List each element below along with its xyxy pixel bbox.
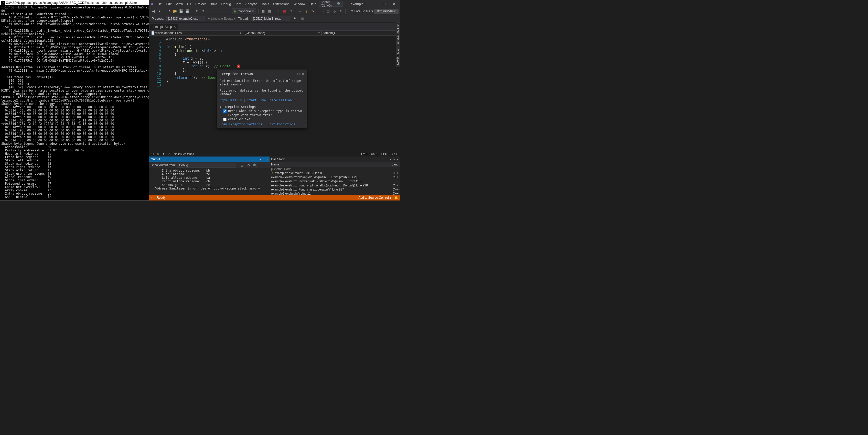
callstack-row[interactable]: example2.exe!main::__l3::() Line 8C++ xyxy=(270,171,400,175)
zoom-level[interactable]: 111 % xyxy=(151,153,159,156)
new-button[interactable]: 🗋 xyxy=(166,9,172,14)
callstack-row[interactable]: example2.exe!std::_Func_class::operator(… xyxy=(270,188,400,192)
callstack-row[interactable]: example2.exe!main() Line 11C++ xyxy=(270,192,400,195)
redo-button[interactable]: ↷ xyxy=(200,9,206,14)
undo-button[interactable]: ↶ xyxy=(194,9,199,14)
toolwin2-icon[interactable]: ▦ xyxy=(267,9,272,14)
flag-icon[interactable]: ⚑ xyxy=(292,16,297,21)
toggle-wrap-icon[interactable]: ⟲ xyxy=(246,163,251,168)
output-content[interactable]: Intra object redzone: bb ASan internal: … xyxy=(149,168,270,195)
menu-test[interactable]: Test xyxy=(233,1,243,7)
pin-icon[interactable]: ⊓ xyxy=(262,158,265,161)
open-button[interactable]: 📂 xyxy=(173,9,178,14)
live-share-button[interactable]: ⇪ Live Share ▾ xyxy=(351,9,373,13)
tab-solution-explorer[interactable]: Solution Explorer xyxy=(397,23,400,44)
close-icon[interactable]: ✕ xyxy=(266,158,268,161)
dropdown-icon[interactable]: ▾ xyxy=(390,158,392,161)
indent-indicator[interactable]: SPC xyxy=(381,153,387,156)
restart-button[interactable]: ⟳ xyxy=(288,9,293,14)
minimize-button[interactable]: ─ xyxy=(371,0,380,7)
error-glyph-icon[interactable]: ✕ xyxy=(237,64,240,68)
source-control-button[interactable]: ↑ Add to Source Control ▴ xyxy=(356,196,391,199)
step-out-button[interactable]: ↑ xyxy=(316,9,321,14)
copy-details-link[interactable]: Copy Details xyxy=(220,98,242,102)
save-all-button[interactable]: 💾 xyxy=(185,9,190,14)
zoom-chevron-icon[interactable]: ▾ xyxy=(163,152,164,156)
line-indicator: Ln: 8 xyxy=(361,153,367,156)
menu-analyze[interactable]: Analyze xyxy=(243,1,259,7)
dropdown-icon[interactable]: ▾ xyxy=(259,158,261,161)
menu-extensions[interactable]: Extensions xyxy=(271,1,291,7)
callstack-panel: Call Stack ▾⊓✕ Name Lang [External Code]… xyxy=(270,157,400,195)
pin-icon[interactable]: ⊓ xyxy=(393,158,395,161)
edit-conditions-link[interactable]: Edit Conditions xyxy=(268,123,296,126)
scope-combo[interactable]: (Global Scope)▾ xyxy=(243,30,321,36)
tb-extra3-icon[interactable]: ≡ xyxy=(338,9,343,14)
stop-button[interactable] xyxy=(282,9,287,14)
tab-example2[interactable]: example2.cpp ✕ xyxy=(150,24,178,30)
tab-team-explorer[interactable]: Team Explorer xyxy=(397,47,400,65)
continue-button[interactable]: ▶ Continue ▾ xyxy=(231,8,256,14)
search-box[interactable]: Search (Ctrl+Q) 🔍 xyxy=(319,1,343,7)
vs-titlebar[interactable]: ◆ File Edit View Git Project Build Debug… xyxy=(149,0,400,8)
pause-button[interactable]: ⏸ xyxy=(276,9,281,14)
callstack-header[interactable]: Call Stack ▾⊓✕ xyxy=(270,157,400,162)
eol-indicator[interactable]: CRLF xyxy=(391,153,398,156)
find-output-icon[interactable]: 🔍 xyxy=(252,163,257,168)
project-combo[interactable]: 📄 Miscellaneous Files▾ xyxy=(149,30,243,36)
exception-settings-header[interactable]: ▾ Exception Settings xyxy=(220,105,304,109)
output-toolbar: Show output from: Debug ≣ ⟲ 🔍 xyxy=(149,162,270,168)
notifications-icon[interactable]: 🔔 xyxy=(394,196,398,199)
menu-help[interactable]: Help xyxy=(307,1,318,7)
menu-git[interactable]: Git xyxy=(185,1,193,7)
menu-build[interactable]: Build xyxy=(208,1,219,7)
callstack-row[interactable]: example2.exe!std::_Invoker_ret::_Call(vo… xyxy=(270,179,400,183)
resize-grip-icon[interactable]: ⋰ xyxy=(304,125,306,128)
close-icon[interactable]: ✕ xyxy=(397,158,399,161)
console-titlebar[interactable]: C:\ C:\MSDN\cpp-docs-pr\docs\c-language\… xyxy=(0,0,149,5)
save-button[interactable]: 💾 xyxy=(179,9,184,14)
bottom-panels: Output ▾⊓✕ Show output from: Debug ≣ ⟲ 🔍… xyxy=(149,157,400,195)
process-combo[interactable]: [17436] example2.exe xyxy=(166,16,205,21)
function-combo[interactable]: ⚙ main()▾ xyxy=(321,30,400,36)
maximize-button[interactable]: ▢ xyxy=(380,0,389,7)
status-left-icon[interactable]: ⬚ xyxy=(151,196,154,199)
break-when-checkbox[interactable]: Break when this exception type is thrown xyxy=(220,109,304,113)
menu-project[interactable]: Project xyxy=(193,1,208,7)
menu-debug[interactable]: Debug xyxy=(219,1,233,7)
tb-extra1-icon[interactable]: ◻ xyxy=(326,9,331,14)
stack-frame-icon[interactable]: ▦ xyxy=(300,16,305,21)
callstack-rows[interactable]: [External Code]example2.exe!main::__l3::… xyxy=(270,167,400,195)
except-item-checkbox[interactable]: example2.exe xyxy=(220,117,304,122)
menu-tools[interactable]: Tools xyxy=(259,1,271,7)
issues-check-icon: ✔ xyxy=(168,152,170,156)
main-menu: File Edit View Git Project Build Debug T… xyxy=(154,1,318,7)
tb-extra2-icon[interactable]: ⎙ xyxy=(332,9,337,14)
output-header[interactable]: Output ▾⊓✕ xyxy=(149,157,270,162)
callstack-row[interactable]: [External Code] xyxy=(270,167,400,171)
start-live-share-link[interactable]: Start Live Share session... xyxy=(247,98,297,102)
code-editor[interactable]: 123 456 789 101112 13 #include <function… xyxy=(149,36,400,151)
step-into-button[interactable]: ↓ xyxy=(304,9,309,14)
col-lang[interactable]: Lang xyxy=(392,163,399,166)
pin-icon[interactable]: ⊓ xyxy=(298,72,300,76)
toolwin1-icon[interactable]: ▦ xyxy=(260,9,266,14)
open-exception-settings-link[interactable]: Open Exception Settings xyxy=(220,123,262,126)
menu-edit[interactable]: Edit xyxy=(164,1,174,7)
callstack-row[interactable]: example2.exe!std::_Func_impl_no_alloc(vo… xyxy=(270,183,400,188)
nav-back-button[interactable]: ◀ xyxy=(151,9,156,14)
output-source-combo[interactable]: Debug xyxy=(177,163,236,168)
close-button[interactable]: ✕ xyxy=(389,0,399,7)
close-icon[interactable]: ✕ xyxy=(302,72,304,76)
close-icon[interactable]: ✕ xyxy=(174,25,176,29)
menu-view[interactable]: View xyxy=(174,1,185,7)
clear-output-icon[interactable]: ≣ xyxy=(239,163,244,168)
step-over-button[interactable]: ↷ xyxy=(310,9,315,14)
menu-window[interactable]: Window xyxy=(291,1,307,7)
thread-combo[interactable]: [20512] Main Thread xyxy=(251,16,289,21)
callstack-row[interactable]: example2.exe!std::invoke(void) &>(main::… xyxy=(270,175,400,179)
nav-fwd-button[interactable]: ▾ xyxy=(157,9,162,14)
col-name[interactable]: Name xyxy=(271,163,279,166)
show-next-stmt-button[interactable]: → xyxy=(298,9,303,14)
menu-file[interactable]: File xyxy=(154,1,164,7)
